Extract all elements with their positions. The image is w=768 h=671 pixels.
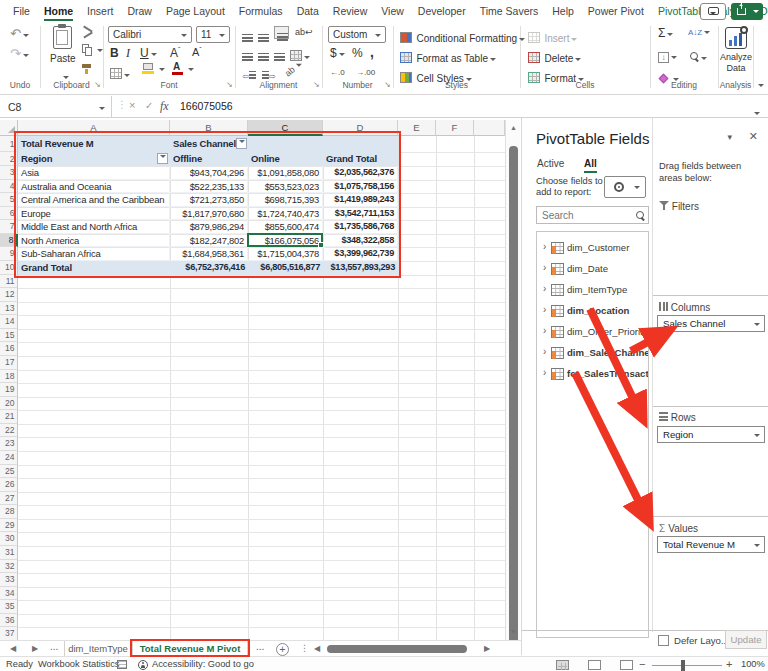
underline-button[interactable]: U xyxy=(140,46,157,60)
pivot-cell-B8[interactable]: $182,247,802 xyxy=(170,234,248,248)
hscroll-left-icon[interactable]: ◀ xyxy=(314,644,320,653)
comma-style-button[interactable]: , xyxy=(370,44,374,60)
insert-cells-button[interactable]: Insert xyxy=(528,28,577,46)
column-header-A[interactable]: A xyxy=(18,120,170,136)
values-field-pill[interactable]: Total Revenue M xyxy=(657,536,765,553)
field-item-dim_itemtype[interactable]: ›dim_ItemType xyxy=(537,280,648,301)
wrap-text-button[interactable]: ab↩ xyxy=(295,27,313,37)
search-box[interactable] xyxy=(536,206,649,224)
panel-tab-all[interactable]: All xyxy=(584,158,597,169)
sheet-overflow-left-icon[interactable]: ... xyxy=(50,641,58,652)
sort-filter-button[interactable]: A↓Z xyxy=(688,28,710,37)
row-header-37[interactable]: 37 xyxy=(0,627,18,640)
align-right-button[interactable] xyxy=(274,47,285,65)
field-item-dim_order_priority[interactable]: ›dim_Order_Priority xyxy=(537,322,648,343)
pivot-cell-A7[interactable]: Middle East and North Africa xyxy=(18,220,170,234)
delete-cells-button[interactable]: Delete xyxy=(528,48,581,66)
zoom-in-icon[interactable]: + xyxy=(726,658,732,670)
zoom-out-icon[interactable]: − xyxy=(639,658,645,670)
number-format-combo[interactable]: Custom xyxy=(328,26,386,43)
pivot-cell-A5[interactable]: Central America and the Caribbean xyxy=(18,193,170,207)
align-center-button[interactable] xyxy=(258,47,269,65)
panel-chevron-down-icon[interactable]: ▾ xyxy=(727,132,732,142)
ribbon-tab-view[interactable]: View xyxy=(374,0,411,22)
pivot-cell-A2[interactable]: Region xyxy=(18,152,170,166)
pivot-cell-D1[interactable] xyxy=(323,136,398,152)
row-header-30[interactable]: 30 xyxy=(0,532,18,546)
scroll-up-icon[interactable]: ▲ xyxy=(510,124,517,131)
new-sheet-icon[interactable]: + xyxy=(276,643,289,656)
column-header-B[interactable]: B xyxy=(170,120,248,136)
align-top-button[interactable] xyxy=(242,28,253,46)
pivot-cell-D9[interactable]: $3,399,962,739 xyxy=(323,247,398,261)
expand-icon[interactable]: › xyxy=(543,367,546,378)
scroll-down-icon[interactable]: ▼ xyxy=(510,628,517,635)
row-header-15[interactable]: 15 xyxy=(0,329,18,343)
saleschannel-filter-dropdown[interactable] xyxy=(236,138,247,149)
row-header-35[interactable]: 35 xyxy=(0,600,18,614)
sheet-overflow-right-icon[interactable]: ... xyxy=(256,641,264,652)
pivot-cell-C10[interactable]: $6,805,516,877 xyxy=(248,261,323,275)
pivot-cell-A6[interactable]: Europe xyxy=(18,207,170,221)
column-header-F[interactable]: F xyxy=(436,120,474,136)
zoom-slider[interactable] xyxy=(652,665,722,666)
italic-button[interactable]: I xyxy=(126,46,130,61)
workbook-statistics-button[interactable]: Workbook Statistics xyxy=(38,659,119,669)
increase-decimal-button[interactable]: ←.0 xyxy=(330,68,345,77)
expand-icon[interactable]: › xyxy=(543,283,546,294)
row-header-14[interactable]: 14 xyxy=(0,315,18,329)
expand-icon[interactable]: › xyxy=(543,346,546,357)
row-header-36[interactable]: 36 xyxy=(0,614,18,628)
row-header-1[interactable]: 1 xyxy=(0,136,18,152)
pivot-cell-B5[interactable]: $721,273,850 xyxy=(170,193,248,207)
expand-icon[interactable]: › xyxy=(543,262,546,273)
region-filter-dropdown[interactable] xyxy=(157,153,168,164)
column-header-partial[interactable] xyxy=(474,120,505,136)
pivot-cell-B2[interactable]: Offline xyxy=(170,152,248,166)
ribbon-tab-page-layout[interactable]: Page Layout xyxy=(159,0,232,22)
expand-icon[interactable]: › xyxy=(543,325,546,336)
ribbon-tab-data[interactable]: Data xyxy=(290,0,326,22)
accounting-format-button[interactable]: $ xyxy=(330,46,345,60)
pivot-cell-C9[interactable]: $1,715,004,378 xyxy=(248,247,323,261)
row-header-25[interactable]: 25 xyxy=(0,465,18,479)
normal-view-icon[interactable] xyxy=(556,660,569,670)
font-name-combo[interactable]: Calibri xyxy=(108,26,192,43)
decrease-decimal-button[interactable]: →.00 xyxy=(356,68,375,77)
vertical-scroll-thumb[interactable] xyxy=(509,146,518,671)
clipboard-dialog-launcher[interactable]: ↘ xyxy=(94,80,101,89)
select-all-corner[interactable] xyxy=(0,120,18,136)
row-header-32[interactable]: 32 xyxy=(0,560,18,574)
row-header-12[interactable]: 12 xyxy=(0,288,18,302)
pivot-cell-A1[interactable]: Total Revenue M xyxy=(18,136,170,152)
page-break-view-icon[interactable] xyxy=(620,660,633,670)
comments-button[interactable] xyxy=(700,3,726,20)
tools-button[interactable] xyxy=(604,176,646,198)
pivot-cell-B3[interactable]: $943,704,296 xyxy=(170,166,248,180)
row-header-8[interactable]: 8 xyxy=(0,234,18,248)
column-header-C[interactable]: C xyxy=(248,120,323,136)
row-header-22[interactable]: 22 xyxy=(0,424,18,438)
field-item-dim_date[interactable]: ›dim_Date xyxy=(537,259,648,280)
undo-button[interactable]: ↶ xyxy=(10,26,29,41)
field-item-dim_customer[interactable]: ›dim_Customer xyxy=(537,238,648,259)
row-header-2[interactable]: 2 xyxy=(0,152,18,166)
name-box[interactable]: C8 xyxy=(0,96,112,118)
pivot-cell-A10[interactable]: Grand Total xyxy=(18,261,170,275)
row-header-27[interactable]: 27 xyxy=(0,492,18,506)
font-color-button[interactable]: A xyxy=(172,62,183,75)
pivot-cell-D7[interactable]: $1,735,586,768 xyxy=(323,220,398,234)
pivot-cell-C4[interactable]: $553,523,023 xyxy=(248,180,323,194)
sheet-tab-dim-itemtype[interactable]: dim_ItemType xyxy=(64,641,132,657)
percent-style-button[interactable]: % xyxy=(352,46,363,60)
row-header-3[interactable]: 3 xyxy=(0,166,18,180)
hscroll-right-icon[interactable]: ▶ xyxy=(484,644,490,653)
pivot-cell-C5[interactable]: $698,715,393 xyxy=(248,193,323,207)
zoom-slider-thumb[interactable] xyxy=(681,660,685,671)
row-header-16[interactable]: 16 xyxy=(0,342,18,356)
row-header-6[interactable]: 6 xyxy=(0,207,18,221)
pivot-cell-C2[interactable]: Online xyxy=(248,152,323,166)
shrink-font-button[interactable]: Aˇ xyxy=(192,46,202,58)
ribbon-tab-file[interactable]: File xyxy=(6,0,37,22)
row-header-4[interactable]: 4 xyxy=(0,180,18,194)
